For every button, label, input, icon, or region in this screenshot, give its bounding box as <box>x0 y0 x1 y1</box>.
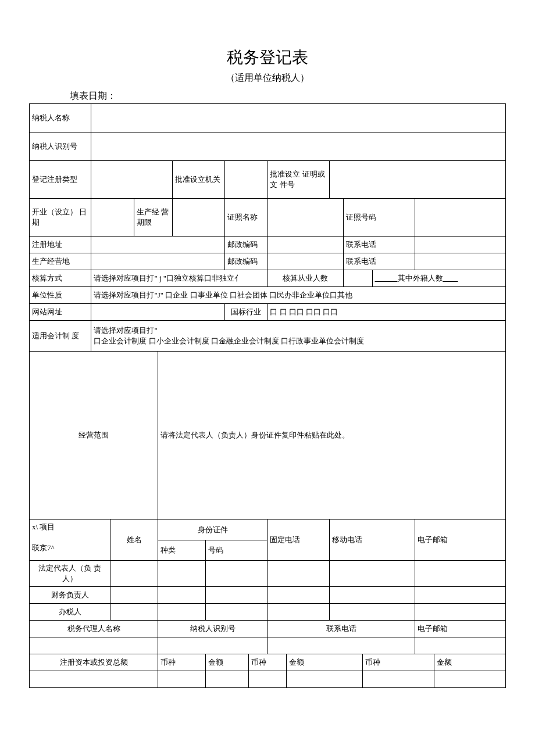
label-phone-2: 联系电话 <box>344 253 415 270</box>
input-cfo-name[interactable] <box>110 587 158 604</box>
label-legal-rep: 法定代表人（负 责人） <box>30 561 110 587</box>
label-reg-type: 登记注册类型 <box>30 161 91 199</box>
input-cfo-idno[interactable] <box>205 587 267 604</box>
label-staff-count: 核算从业人数 <box>268 270 344 287</box>
input-agent-phone[interactable] <box>268 637 415 654</box>
input-agent-id[interactable] <box>158 637 268 654</box>
label-cert-no: 证照号码 <box>344 199 415 237</box>
input-amount-2[interactable] <box>287 671 363 688</box>
input-reg-addr[interactable] <box>91 237 224 253</box>
input-currency-3[interactable] <box>363 671 434 688</box>
label-reg-addr: 注册地址 <box>30 237 91 253</box>
input-currency-2[interactable] <box>248 671 287 688</box>
input-currency-1[interactable] <box>158 671 206 688</box>
label-id-no: 号码 <box>205 540 267 561</box>
opt-accounting-method[interactable]: 请选择对应项目打" j "口独立核算口非独立亻 <box>91 270 268 287</box>
input-th-idtype[interactable] <box>158 604 206 621</box>
input-legal-idtype[interactable] <box>158 561 206 587</box>
input-reg-type[interactable] <box>91 161 172 199</box>
label-cert-name: 证照名称 <box>224 199 268 237</box>
label-tax-handler: 办税人 <box>30 604 110 621</box>
input-th-email[interactable] <box>415 604 506 621</box>
input-website[interactable] <box>91 304 224 321</box>
input-cert-no[interactable] <box>415 199 506 237</box>
input-legal-idno[interactable] <box>205 561 267 587</box>
label-unit-nature: 单位性质 <box>30 287 91 304</box>
label-amount-3: 金额 <box>434 654 505 671</box>
input-cfo-mobile[interactable] <box>329 587 415 604</box>
label-mobile: 移动电话 <box>329 519 415 561</box>
input-open-date[interactable] <box>91 199 134 237</box>
label-cfo: 财务负责人 <box>30 587 110 604</box>
opt-unit-nature[interactable]: 请选择对应项目打"J" 口企业 口事业单位 口社会团体 口民办非企业单位口其他 <box>91 287 506 304</box>
label-open-date: 开业（设立） 日期 <box>30 199 91 237</box>
input-phone-2[interactable] <box>415 253 506 270</box>
input-cfo-idtype[interactable] <box>158 587 206 604</box>
input-taxpayer-name[interactable] <box>91 104 506 132</box>
page-subtitle: （适用单位纳税人） <box>29 72 506 84</box>
input-approval-org[interactable] <box>224 161 268 199</box>
label-agent-email: 电子邮箱 <box>415 621 506 637</box>
input-th-fixed[interactable] <box>268 604 329 621</box>
input-postal-1[interactable] <box>268 237 344 253</box>
input-industry[interactable]: 口 口 口口 口口 口口 <box>268 304 506 321</box>
label-approval-doc: 批准设立 证明或文 件号 <box>268 161 329 199</box>
page-title: 税务登记表 <box>29 46 506 69</box>
tax-form-table: 纳税人名称 纳税人识别号 登记注册类型 批准设立机关 批准设立 证明或文 件号 … <box>29 103 506 688</box>
label-agent-phone: 联系电话 <box>268 621 415 637</box>
label-postal-2: 邮政编码 <box>224 253 268 270</box>
input-legal-email[interactable] <box>415 561 506 587</box>
input-agent-name[interactable] <box>30 637 158 654</box>
input-cfo-email[interactable] <box>415 587 506 604</box>
label-biz-term: 生产经 营期限 <box>134 199 173 237</box>
label-id-cert: 身份证件 <box>158 519 268 540</box>
label-taxpayer-name: 纳税人名称 <box>30 104 91 132</box>
label-id-type: 种类 <box>158 540 206 561</box>
input-cfo-fixed[interactable] <box>268 587 329 604</box>
input-taxpayer-id[interactable] <box>91 132 506 161</box>
label-name: 姓名 <box>110 519 158 561</box>
label-tax-agent: 税务代理人名称 <box>30 621 158 637</box>
input-postal-2[interactable] <box>268 253 344 270</box>
label-currency-1: 币种 <box>158 654 206 671</box>
label-biz-place: 生产经营地 <box>30 253 91 270</box>
input-amount-1[interactable] <box>205 671 248 688</box>
input-legal-mobile[interactable] <box>329 561 415 587</box>
input-staff-count[interactable] <box>344 270 372 287</box>
label-phone-1: 联系电话 <box>344 237 415 253</box>
input-capital[interactable] <box>30 671 158 688</box>
input-amount-3[interactable] <box>434 671 505 688</box>
input-agent-email[interactable] <box>415 637 506 654</box>
label-fixed-phone: 固定电话 <box>268 519 329 561</box>
label-agent-id: 纳税人识别号 <box>158 621 268 637</box>
label-amount-1: 金额 <box>205 654 248 671</box>
label-biz-scope: 经营范围 <box>30 352 158 519</box>
biz-scope-note[interactable]: 请将法定代表人（负责人）身份证件复印件粘贴在此处。 <box>158 352 506 519</box>
label-capital: 注册资本或投资总额 <box>30 654 158 671</box>
input-biz-term[interactable] <box>172 199 224 237</box>
label-accounting-system: 适用会计制 度 <box>30 321 91 352</box>
input-phone-1[interactable] <box>415 237 506 253</box>
label-project: x\ 项目 联京7^ <box>30 519 110 561</box>
label-currency-2: 币种 <box>248 654 287 671</box>
label-industry: 国标行业 <box>224 304 268 321</box>
input-th-name[interactable] <box>110 604 158 621</box>
label-email: 电子邮箱 <box>415 519 506 561</box>
fill-date-label: 填表日期： <box>70 90 506 102</box>
label-taxpayer-id: 纳税人识别号 <box>30 132 91 161</box>
input-th-idno[interactable] <box>205 604 267 621</box>
label-postal-1: 邮政编码 <box>224 237 268 253</box>
label-accounting-method: 核算方式 <box>30 270 91 287</box>
label-approval-org: 批准设立机关 <box>172 161 224 199</box>
input-approval-doc[interactable] <box>329 161 505 199</box>
input-cert-name[interactable] <box>268 199 344 237</box>
label-website: 网站网址 <box>30 304 91 321</box>
input-legal-fixed[interactable] <box>268 561 329 587</box>
opt-accounting-system[interactable]: 请选择对应项目打" 口企业会计制度 口小企业会计制度 口金融企业会计制度 口行政… <box>91 321 506 352</box>
label-amount-2: 金额 <box>287 654 363 671</box>
label-currency-3: 币种 <box>363 654 434 671</box>
input-th-mobile[interactable] <box>329 604 415 621</box>
input-biz-place[interactable] <box>91 253 224 270</box>
label-foreign-staff: 其中外籍人数 <box>372 270 505 287</box>
input-legal-name[interactable] <box>110 561 158 587</box>
